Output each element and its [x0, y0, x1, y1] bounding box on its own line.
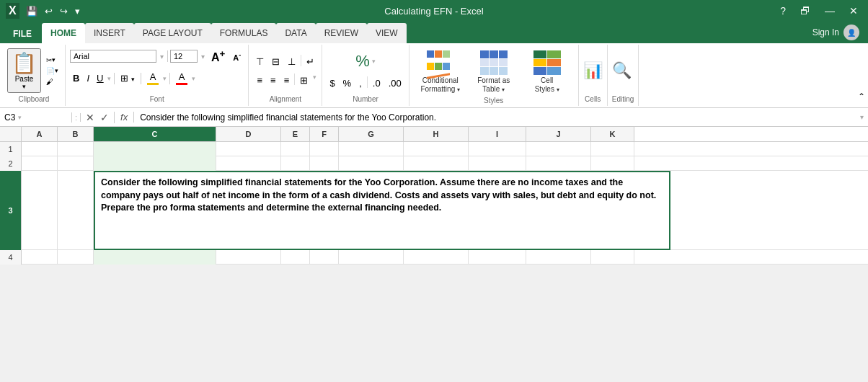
col-header-d[interactable]: D — [216, 127, 281, 141]
tab-review[interactable]: REVIEW — [316, 23, 367, 43]
copy-button[interactable]: 📄 ▾ — [44, 66, 61, 76]
col-header-b[interactable]: B — [58, 127, 94, 141]
help-button[interactable]: ? — [776, 5, 790, 17]
collapse-ribbon-button[interactable]: ⌃ — [858, 92, 865, 102]
tab-home[interactable]: HOME — [42, 23, 85, 43]
save-button[interactable]: 💾 — [24, 5, 40, 17]
align-center-button[interactable]: ≡ — [267, 74, 279, 87]
format-as-table-button[interactable]: Format asTable ▾ — [469, 48, 519, 95]
col-header-i[interactable]: I — [469, 127, 526, 141]
cell-c1[interactable] — [94, 142, 216, 156]
cell-i1[interactable] — [469, 142, 526, 156]
restore-button[interactable]: 🗗 — [796, 5, 815, 17]
cell-h2[interactable] — [404, 156, 469, 171]
cell-k4[interactable] — [591, 250, 634, 265]
tab-insert[interactable]: INSERT — [85, 23, 134, 43]
cell-e1[interactable] — [281, 142, 310, 156]
font-size-input[interactable] — [170, 50, 198, 63]
cell-b1[interactable] — [58, 142, 94, 156]
cell-j4[interactable] — [526, 250, 591, 265]
cell-k2[interactable] — [591, 156, 634, 171]
cell-j2[interactable] — [526, 156, 591, 171]
cell-styles-button[interactable]: CellStyles ▾ — [522, 48, 572, 95]
align-bottom-button[interactable]: ⊥ — [285, 55, 298, 68]
cell-e2[interactable] — [281, 156, 310, 171]
formula-expand-button[interactable]: ▾ — [856, 113, 868, 121]
formula-input[interactable]: Consider the following simplified financ… — [134, 112, 856, 123]
fill-color-button[interactable]: A — [144, 70, 161, 86]
col-header-j[interactable]: J — [526, 127, 591, 141]
cell-g4[interactable] — [339, 250, 404, 265]
cell-i2[interactable] — [469, 156, 526, 171]
cell-a4[interactable] — [22, 250, 58, 265]
cell-f4[interactable] — [310, 250, 339, 265]
cell-a3[interactable] — [22, 171, 58, 250]
col-header-h[interactable]: H — [404, 127, 469, 141]
cell-b4[interactable] — [58, 250, 94, 265]
increase-font-button[interactable]: A+ — [208, 48, 228, 65]
cell-d1[interactable] — [216, 142, 281, 156]
col-header-e[interactable]: E — [281, 127, 310, 141]
bold-button[interactable]: B — [70, 71, 82, 85]
col-header-a[interactable]: A — [22, 127, 58, 141]
cell-k1[interactable] — [591, 142, 634, 156]
cell-c2[interactable] — [94, 156, 216, 171]
align-left-button[interactable]: ≡ — [254, 74, 265, 87]
col-header-g[interactable]: G — [339, 127, 404, 141]
italic-button[interactable]: I — [84, 71, 92, 85]
cell-h1[interactable] — [404, 142, 469, 156]
quick-access-dropdown[interactable]: ▾ — [73, 5, 82, 17]
cell-j1[interactable] — [526, 142, 591, 156]
align-middle-button[interactable]: ⊟ — [269, 55, 283, 68]
cell-a2[interactable] — [22, 156, 58, 171]
cell-b3[interactable] — [58, 171, 94, 250]
tab-file[interactable]: FILE — [3, 25, 42, 43]
tab-formulas[interactable]: FORMULAS — [211, 23, 277, 43]
cell-g2[interactable] — [339, 156, 404, 171]
cell-i4[interactable] — [469, 250, 526, 265]
cell-c4[interactable] — [94, 250, 216, 265]
undo-button[interactable]: ↩ — [43, 5, 55, 17]
font-color-button[interactable]: A — [173, 70, 190, 86]
format-painter-button[interactable]: 🖌 — [44, 77, 61, 86]
cell-c3[interactable]: Consider the following simplified financ… — [94, 171, 670, 250]
cell-a1[interactable] — [22, 142, 58, 156]
cell-b2[interactable] — [58, 156, 94, 171]
merge-center-button[interactable]: ⊞ — [297, 74, 311, 87]
tab-page-layout[interactable]: PAGE LAYOUT — [134, 23, 211, 43]
percent-button[interactable]: % — [340, 76, 355, 90]
wrap-text-button[interactable]: ↵ — [304, 55, 317, 68]
paste-button[interactable]: 📋 Paste ▾ — [7, 48, 41, 93]
underline-button[interactable]: U — [94, 71, 106, 85]
cell-f2[interactable] — [310, 156, 339, 171]
cell-h4[interactable] — [404, 250, 469, 265]
borders-button[interactable]: ⊞ ▾ — [118, 71, 138, 85]
currency-button[interactable]: $ — [327, 76, 337, 90]
comma-button[interactable]: , — [356, 76, 365, 90]
align-top-button[interactable]: ⊤ — [253, 55, 267, 68]
confirm-formula-button[interactable]: ✓ — [98, 112, 111, 123]
conditional-formatting-button[interactable]: ConditionalFormatting ▾ — [415, 48, 466, 95]
align-right-button[interactable]: ≡ — [281, 74, 293, 87]
tab-view[interactable]: VIEW — [367, 23, 407, 43]
cell-ref-dropdown[interactable]: ▾ — [18, 114, 22, 121]
col-header-f[interactable]: F — [310, 127, 339, 141]
increase-decimal-button[interactable]: .0 — [370, 76, 384, 90]
cut-button[interactable]: ✂ ▾ — [44, 55, 61, 65]
sign-in-button[interactable]: Sign In 👤 — [804, 22, 868, 43]
minimize-button[interactable]: — — [820, 5, 839, 17]
decrease-font-button[interactable]: A- — [230, 50, 244, 63]
tab-data[interactable]: DATA — [276, 23, 315, 43]
cell-g1[interactable] — [339, 142, 404, 156]
col-header-c[interactable]: C — [94, 127, 216, 141]
font-name-input[interactable] — [70, 50, 156, 63]
close-button[interactable]: ✕ — [845, 5, 862, 17]
col-header-k[interactable]: K — [591, 127, 634, 141]
cell-d4[interactable] — [216, 250, 281, 265]
decrease-decimal-button[interactable]: .00 — [386, 76, 404, 90]
cell-d2[interactable] — [216, 156, 281, 171]
cell-f1[interactable] — [310, 142, 339, 156]
cell-e4[interactable] — [281, 250, 310, 265]
cancel-formula-button[interactable]: ✕ — [84, 112, 97, 123]
redo-button[interactable]: ↪ — [58, 5, 70, 17]
